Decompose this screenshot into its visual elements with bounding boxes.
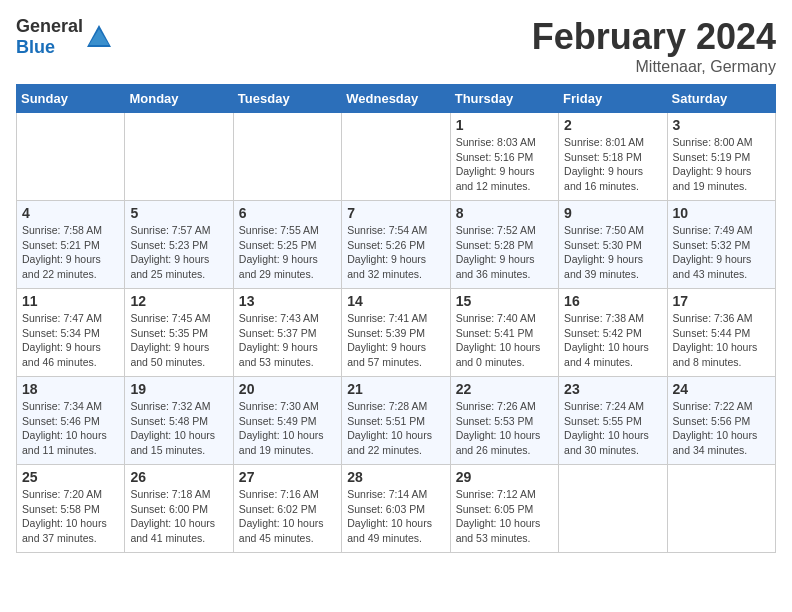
day-info: Sunrise: 7:14 AM Sunset: 6:03 PM Dayligh… bbox=[347, 487, 444, 546]
day-info: Sunrise: 7:26 AM Sunset: 5:53 PM Dayligh… bbox=[456, 399, 553, 458]
logo-text: General Blue bbox=[16, 16, 83, 58]
calendar-week-row: 4Sunrise: 7:58 AM Sunset: 5:21 PM Daylig… bbox=[17, 201, 776, 289]
day-info: Sunrise: 7:55 AM Sunset: 5:25 PM Dayligh… bbox=[239, 223, 336, 282]
table-row: 11Sunrise: 7:47 AM Sunset: 5:34 PM Dayli… bbox=[17, 289, 125, 377]
svg-marker-1 bbox=[89, 29, 109, 45]
calendar-week-row: 25Sunrise: 7:20 AM Sunset: 5:58 PM Dayli… bbox=[17, 465, 776, 553]
table-row: 6Sunrise: 7:55 AM Sunset: 5:25 PM Daylig… bbox=[233, 201, 341, 289]
table-row: 27Sunrise: 7:16 AM Sunset: 6:02 PM Dayli… bbox=[233, 465, 341, 553]
day-info: Sunrise: 7:47 AM Sunset: 5:34 PM Dayligh… bbox=[22, 311, 119, 370]
col-thursday: Thursday bbox=[450, 85, 558, 113]
day-info: Sunrise: 8:00 AM Sunset: 5:19 PM Dayligh… bbox=[673, 135, 770, 194]
day-number: 7 bbox=[347, 205, 444, 221]
day-number: 28 bbox=[347, 469, 444, 485]
day-number: 21 bbox=[347, 381, 444, 397]
day-number: 12 bbox=[130, 293, 227, 309]
day-info: Sunrise: 7:30 AM Sunset: 5:49 PM Dayligh… bbox=[239, 399, 336, 458]
day-info: Sunrise: 7:54 AM Sunset: 5:26 PM Dayligh… bbox=[347, 223, 444, 282]
day-info: Sunrise: 7:22 AM Sunset: 5:56 PM Dayligh… bbox=[673, 399, 770, 458]
page-header: General Blue February 2024 Mittenaar, Ge… bbox=[16, 16, 776, 76]
table-row: 1Sunrise: 8:03 AM Sunset: 5:16 PM Daylig… bbox=[450, 113, 558, 201]
table-row: 25Sunrise: 7:20 AM Sunset: 5:58 PM Dayli… bbox=[17, 465, 125, 553]
col-wednesday: Wednesday bbox=[342, 85, 450, 113]
day-info: Sunrise: 7:52 AM Sunset: 5:28 PM Dayligh… bbox=[456, 223, 553, 282]
day-number: 11 bbox=[22, 293, 119, 309]
table-row bbox=[559, 465, 667, 553]
table-row: 8Sunrise: 7:52 AM Sunset: 5:28 PM Daylig… bbox=[450, 201, 558, 289]
day-info: Sunrise: 7:49 AM Sunset: 5:32 PM Dayligh… bbox=[673, 223, 770, 282]
day-number: 22 bbox=[456, 381, 553, 397]
table-row: 24Sunrise: 7:22 AM Sunset: 5:56 PM Dayli… bbox=[667, 377, 775, 465]
table-row bbox=[17, 113, 125, 201]
calendar-week-row: 1Sunrise: 8:03 AM Sunset: 5:16 PM Daylig… bbox=[17, 113, 776, 201]
day-info: Sunrise: 7:28 AM Sunset: 5:51 PM Dayligh… bbox=[347, 399, 444, 458]
day-info: Sunrise: 7:41 AM Sunset: 5:39 PM Dayligh… bbox=[347, 311, 444, 370]
table-row: 18Sunrise: 7:34 AM Sunset: 5:46 PM Dayli… bbox=[17, 377, 125, 465]
table-row: 7Sunrise: 7:54 AM Sunset: 5:26 PM Daylig… bbox=[342, 201, 450, 289]
day-info: Sunrise: 7:36 AM Sunset: 5:44 PM Dayligh… bbox=[673, 311, 770, 370]
day-info: Sunrise: 7:40 AM Sunset: 5:41 PM Dayligh… bbox=[456, 311, 553, 370]
table-row: 17Sunrise: 7:36 AM Sunset: 5:44 PM Dayli… bbox=[667, 289, 775, 377]
table-row: 5Sunrise: 7:57 AM Sunset: 5:23 PM Daylig… bbox=[125, 201, 233, 289]
table-row: 26Sunrise: 7:18 AM Sunset: 6:00 PM Dayli… bbox=[125, 465, 233, 553]
day-number: 18 bbox=[22, 381, 119, 397]
day-info: Sunrise: 8:01 AM Sunset: 5:18 PM Dayligh… bbox=[564, 135, 661, 194]
day-number: 14 bbox=[347, 293, 444, 309]
col-monday: Monday bbox=[125, 85, 233, 113]
day-number: 4 bbox=[22, 205, 119, 221]
col-sunday: Sunday bbox=[17, 85, 125, 113]
table-row: 9Sunrise: 7:50 AM Sunset: 5:30 PM Daylig… bbox=[559, 201, 667, 289]
day-number: 25 bbox=[22, 469, 119, 485]
day-info: Sunrise: 8:03 AM Sunset: 5:16 PM Dayligh… bbox=[456, 135, 553, 194]
day-info: Sunrise: 7:12 AM Sunset: 6:05 PM Dayligh… bbox=[456, 487, 553, 546]
table-row: 20Sunrise: 7:30 AM Sunset: 5:49 PM Dayli… bbox=[233, 377, 341, 465]
table-row: 2Sunrise: 8:01 AM Sunset: 5:18 PM Daylig… bbox=[559, 113, 667, 201]
day-info: Sunrise: 7:20 AM Sunset: 5:58 PM Dayligh… bbox=[22, 487, 119, 546]
day-number: 15 bbox=[456, 293, 553, 309]
day-number: 5 bbox=[130, 205, 227, 221]
col-tuesday: Tuesday bbox=[233, 85, 341, 113]
calendar-header-row: Sunday Monday Tuesday Wednesday Thursday… bbox=[17, 85, 776, 113]
table-row: 12Sunrise: 7:45 AM Sunset: 5:35 PM Dayli… bbox=[125, 289, 233, 377]
day-info: Sunrise: 7:16 AM Sunset: 6:02 PM Dayligh… bbox=[239, 487, 336, 546]
day-number: 8 bbox=[456, 205, 553, 221]
table-row: 23Sunrise: 7:24 AM Sunset: 5:55 PM Dayli… bbox=[559, 377, 667, 465]
logo-general: General bbox=[16, 16, 83, 36]
day-number: 24 bbox=[673, 381, 770, 397]
table-row: 15Sunrise: 7:40 AM Sunset: 5:41 PM Dayli… bbox=[450, 289, 558, 377]
table-row: 3Sunrise: 8:00 AM Sunset: 5:19 PM Daylig… bbox=[667, 113, 775, 201]
day-number: 9 bbox=[564, 205, 661, 221]
table-row: 13Sunrise: 7:43 AM Sunset: 5:37 PM Dayli… bbox=[233, 289, 341, 377]
day-number: 13 bbox=[239, 293, 336, 309]
day-number: 2 bbox=[564, 117, 661, 133]
day-number: 16 bbox=[564, 293, 661, 309]
day-number: 6 bbox=[239, 205, 336, 221]
table-row: 21Sunrise: 7:28 AM Sunset: 5:51 PM Dayli… bbox=[342, 377, 450, 465]
table-row: 22Sunrise: 7:26 AM Sunset: 5:53 PM Dayli… bbox=[450, 377, 558, 465]
day-info: Sunrise: 7:34 AM Sunset: 5:46 PM Dayligh… bbox=[22, 399, 119, 458]
day-number: 29 bbox=[456, 469, 553, 485]
day-number: 10 bbox=[673, 205, 770, 221]
day-number: 3 bbox=[673, 117, 770, 133]
logo-blue: Blue bbox=[16, 37, 55, 57]
table-row bbox=[233, 113, 341, 201]
table-row bbox=[667, 465, 775, 553]
day-number: 26 bbox=[130, 469, 227, 485]
table-row: 4Sunrise: 7:58 AM Sunset: 5:21 PM Daylig… bbox=[17, 201, 125, 289]
col-saturday: Saturday bbox=[667, 85, 775, 113]
day-info: Sunrise: 7:43 AM Sunset: 5:37 PM Dayligh… bbox=[239, 311, 336, 370]
table-row: 19Sunrise: 7:32 AM Sunset: 5:48 PM Dayli… bbox=[125, 377, 233, 465]
day-info: Sunrise: 7:45 AM Sunset: 5:35 PM Dayligh… bbox=[130, 311, 227, 370]
table-row: 10Sunrise: 7:49 AM Sunset: 5:32 PM Dayli… bbox=[667, 201, 775, 289]
day-number: 27 bbox=[239, 469, 336, 485]
table-row bbox=[342, 113, 450, 201]
calendar-week-row: 18Sunrise: 7:34 AM Sunset: 5:46 PM Dayli… bbox=[17, 377, 776, 465]
day-info: Sunrise: 7:57 AM Sunset: 5:23 PM Dayligh… bbox=[130, 223, 227, 282]
day-info: Sunrise: 7:58 AM Sunset: 5:21 PM Dayligh… bbox=[22, 223, 119, 282]
table-row: 14Sunrise: 7:41 AM Sunset: 5:39 PM Dayli… bbox=[342, 289, 450, 377]
calendar-week-row: 11Sunrise: 7:47 AM Sunset: 5:34 PM Dayli… bbox=[17, 289, 776, 377]
day-number: 17 bbox=[673, 293, 770, 309]
day-info: Sunrise: 7:38 AM Sunset: 5:42 PM Dayligh… bbox=[564, 311, 661, 370]
col-friday: Friday bbox=[559, 85, 667, 113]
day-number: 20 bbox=[239, 381, 336, 397]
